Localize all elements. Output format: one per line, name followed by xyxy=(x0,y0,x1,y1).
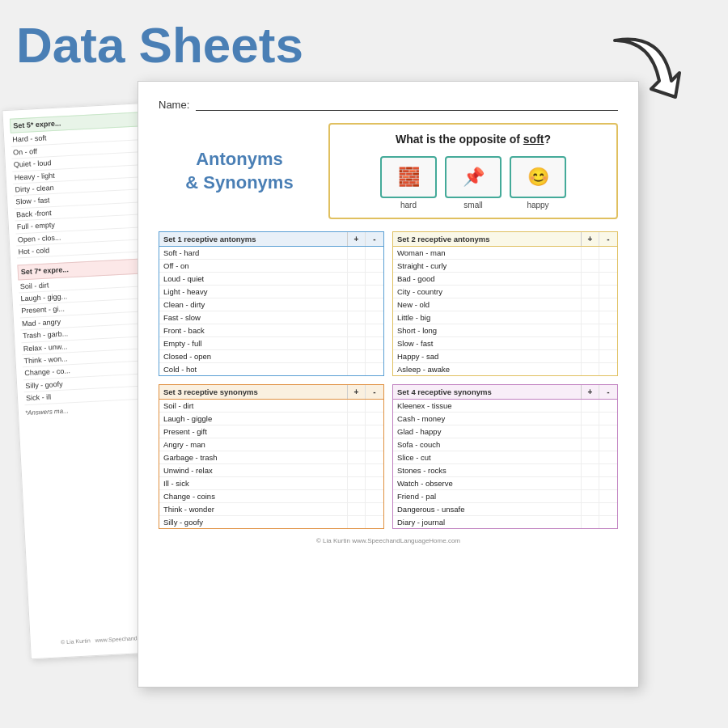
antonyms-title-box: Antonyms& Synonyms xyxy=(159,123,320,219)
set3-plus-header: + xyxy=(348,385,366,399)
title-area: Data Sheets xyxy=(16,16,303,74)
set1-header: Set 1 receptive antonyms + - xyxy=(159,232,383,247)
table-row: Silly - goofy xyxy=(159,516,383,528)
name-label: Name: xyxy=(159,99,189,111)
set4-minus-header: - xyxy=(599,385,617,399)
table-row: Watch - observe xyxy=(393,477,617,490)
answer-img-happy: 😊 happy xyxy=(510,156,566,210)
table-row: Think - wonder xyxy=(159,503,383,516)
table-row: Present - gift xyxy=(159,425,383,438)
table-row: Soft - hard xyxy=(159,247,383,260)
hard-image: 🧱 xyxy=(380,156,437,198)
table-row: Off - on xyxy=(159,260,383,273)
table-row: Cold - hot xyxy=(159,363,383,375)
set1-minus-header: - xyxy=(366,232,383,246)
table-row: New - old xyxy=(393,298,617,311)
set2-title: Set 2 receptive antonyms xyxy=(393,232,582,246)
table-row: Diary - journal xyxy=(393,516,617,528)
table-row: City - country xyxy=(393,286,617,298)
hard-label: hard xyxy=(400,201,417,210)
question-box: What is the opposite of soft? 🧱 hard 📌 s… xyxy=(328,123,618,219)
table-row: Loud - quiet xyxy=(159,273,383,286)
set2-table: Set 2 receptive antonyms + - Woman - man… xyxy=(392,231,618,376)
table-row: Angry - man xyxy=(159,438,383,451)
set1-plus-header: + xyxy=(348,232,366,246)
answer-images: 🧱 hard 📌 small 😊 happy xyxy=(380,156,566,210)
set1-title: Set 1 receptive antonyms xyxy=(159,232,348,246)
set2-header: Set 2 receptive antonyms + - xyxy=(393,232,617,247)
answer-img-hard: 🧱 hard xyxy=(380,156,437,210)
table-row: Soil - dirt xyxy=(159,400,383,413)
table-row: Light - heavy xyxy=(159,286,383,298)
table-row: Kleenex - tissue xyxy=(393,400,617,413)
table-row: Garbage - trash xyxy=(159,451,383,464)
page-footer: © Lia Kurtin www.SpeechandLanguageHome.c… xyxy=(159,537,618,544)
set1-table: Set 1 receptive antonyms + - Soft - hard… xyxy=(159,231,384,376)
table-row: Short - long xyxy=(393,324,617,337)
sets-grid: Set 1 receptive antonyms + - Soft - hard… xyxy=(159,231,618,529)
antonyms-title: Antonyms& Synonyms xyxy=(185,148,293,194)
answer-img-small: 📌 small xyxy=(445,156,502,210)
small-image: 📌 xyxy=(445,156,502,198)
set3-title: Set 3 receptive synonyms xyxy=(159,385,348,399)
table-row: Woman - man xyxy=(393,247,617,260)
table-row: Front - back xyxy=(159,324,383,337)
set3-header: Set 3 receptive synonyms + - xyxy=(159,385,383,400)
set3-minus-header: - xyxy=(366,385,383,399)
table-row: Ill - sick xyxy=(159,477,383,490)
table-row: Friend - pal xyxy=(393,490,617,503)
top-section: Antonyms& Synonyms What is the opposite … xyxy=(159,123,618,219)
question-word: soft xyxy=(523,133,544,146)
table-row: Change - coins xyxy=(159,490,383,503)
table-row: Asleep - awake xyxy=(393,363,617,375)
table-row: Laugh - giggle xyxy=(159,413,383,425)
table-row: Unwind - relax xyxy=(159,464,383,477)
name-line: Name: xyxy=(159,98,618,111)
table-row: Bad - good xyxy=(393,273,617,286)
table-row: Empty - full xyxy=(159,337,383,350)
table-row: Dangerous - unsafe xyxy=(393,503,617,516)
table-row: Slice - cut xyxy=(393,451,617,464)
table-row: Little - big xyxy=(393,311,617,324)
table-row: Closed - open xyxy=(159,350,383,363)
name-underline xyxy=(196,98,618,111)
table-row: Clean - dirty xyxy=(159,298,383,311)
table-row: Slow - fast xyxy=(393,337,617,350)
table-row: Happy - sad xyxy=(393,350,617,363)
arrow-decoration xyxy=(599,24,696,121)
set3-table: Set 3 receptive synonyms + - Soil - dirt… xyxy=(159,384,384,529)
small-label: small xyxy=(463,201,482,210)
happy-image: 😊 xyxy=(510,156,566,198)
table-row: Stones - rocks xyxy=(393,464,617,477)
table-row: Glad - happy xyxy=(393,425,617,438)
set4-table: Set 4 receptive synonyms + - Kleenex - t… xyxy=(392,384,618,529)
set4-title: Set 4 receptive synonyms xyxy=(393,385,582,399)
table-row: Cash - money xyxy=(393,413,617,425)
question-text: What is the opposite of soft? xyxy=(396,133,551,146)
table-row: Sofa - couch xyxy=(393,438,617,451)
set4-header: Set 4 receptive synonyms + - xyxy=(393,385,617,400)
set2-plus-header: + xyxy=(582,232,599,246)
happy-label: happy xyxy=(527,201,548,210)
main-title: Data Sheets xyxy=(16,16,303,74)
table-row: Fast - slow xyxy=(159,311,383,324)
table-row: Straight - curly xyxy=(393,260,617,273)
set4-plus-header: + xyxy=(582,385,599,399)
front-page: Name: Antonyms& Synonyms What is the opp… xyxy=(138,81,639,688)
set2-minus-header: - xyxy=(599,232,617,246)
